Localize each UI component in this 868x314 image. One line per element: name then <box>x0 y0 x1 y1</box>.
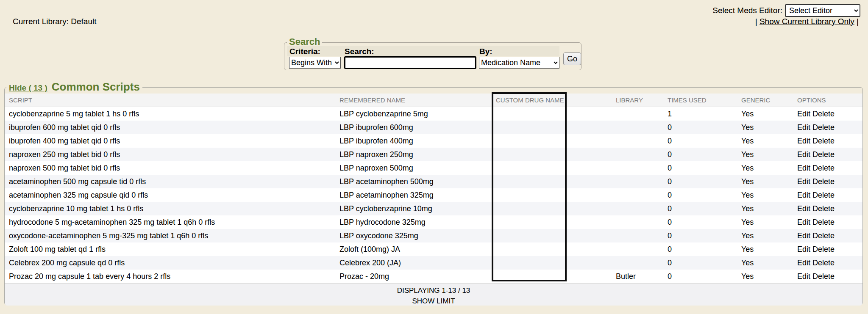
script-cell: Zoloft 100 mg tablet qd 1 rfls <box>5 245 339 254</box>
times-used-cell: 0 <box>668 272 741 281</box>
delete-link[interactable]: Delete <box>812 218 835 226</box>
generic-cell: Yes <box>741 110 797 118</box>
table-row: cyclobenzaprine 10 mg tablet 1 hs 0 rfls… <box>5 202 862 215</box>
show-current-library-row: | Show Current Library Only | <box>755 17 859 26</box>
script-cell: ibuprofen 400 mg tablet qid 0 rfls <box>5 137 339 146</box>
common-scripts-panel: Hide ( 13 ) Common Scripts SCRIPT REMEMB… <box>4 87 863 305</box>
edit-link[interactable]: Edit <box>797 150 810 159</box>
generic-cell: Yes <box>741 123 797 132</box>
delete-link[interactable]: Delete <box>812 231 835 240</box>
table-row: cyclobenzaprine 5 mg tablet 1 hs 0 rfls … <box>5 107 862 121</box>
delete-link[interactable]: Delete <box>812 191 835 199</box>
meds-editor-group: Select Meds Editor: Select Editor <box>712 4 860 17</box>
sort-times-used-header[interactable]: TIMES USED <box>668 96 707 104</box>
edit-link[interactable]: Edit <box>797 272 810 281</box>
options-cell: Edit Delete <box>797 191 862 200</box>
edit-link[interactable]: Edit <box>797 245 810 253</box>
table-row: Celebrex 200 mg capsule qd 0 rfls Celebr… <box>5 256 862 270</box>
options-cell: Edit Delete <box>797 218 862 227</box>
times-used-cell: 0 <box>668 218 741 227</box>
meds-editor-select[interactable]: Select Editor <box>785 4 860 17</box>
delete-link[interactable]: Delete <box>812 204 835 213</box>
times-used-cell: 1 <box>668 110 741 118</box>
edit-link[interactable]: Edit <box>797 137 810 145</box>
generic-cell: Yes <box>741 245 797 254</box>
edit-link[interactable]: Edit <box>797 123 810 132</box>
edit-link[interactable]: Edit <box>797 164 810 172</box>
by-select[interactable]: Medication Name <box>479 57 559 69</box>
times-used-cell: 0 <box>668 204 741 213</box>
criteria-select[interactable]: Begins With <box>289 57 341 69</box>
sort-remembered-name-header[interactable]: REMEMBERED NAME <box>339 96 405 104</box>
sort-script-header[interactable]: SCRIPT <box>9 96 32 104</box>
options-cell: Edit Delete <box>797 245 862 254</box>
remembered-name-cell: Celebrex 200 (JA) <box>339 259 496 267</box>
options-cell: Edit Delete <box>797 150 862 159</box>
remembered-name-cell: LBP ibuprofen 600mg <box>339 123 496 132</box>
common-scripts-title: Common Scripts <box>52 80 140 94</box>
table-row: acetaminophen 325 mg capsule qid 0 rfls … <box>5 188 862 202</box>
generic-cell: Yes <box>741 218 797 227</box>
by-label: By: <box>479 47 492 56</box>
table-row: hydrocodone 5 mg-acetaminophen 325 mg ta… <box>5 215 862 229</box>
table-row: naproxen 250 mg tablet bid 0 rfls LBP na… <box>5 148 862 161</box>
displaying-count: DISPLAYING 1-13 / 13 <box>5 286 862 295</box>
delete-link[interactable]: Delete <box>812 123 835 132</box>
table-row: acetaminophen 500 mg capsule tid 0 rfls … <box>5 175 862 188</box>
remembered-name-cell: LBP cyclobenzaprine 5mg <box>339 110 496 118</box>
times-used-cell: 0 <box>668 231 741 240</box>
table-row: ibuprofen 600 mg tablet qid 0 rfls LBP i… <box>5 121 862 134</box>
remembered-name-cell: Prozac - 20mg <box>339 272 496 281</box>
options-cell: Edit Delete <box>797 164 862 173</box>
table-body: cyclobenzaprine 5 mg tablet 1 hs 0 rfls … <box>5 107 862 283</box>
edit-link[interactable]: Edit <box>797 204 810 213</box>
remembered-name-cell: LBP acetaminophen 500mg <box>339 177 496 186</box>
script-cell: cyclobenzaprine 5 mg tablet 1 hs 0 rfls <box>5 110 339 118</box>
edit-link[interactable]: Edit <box>797 110 810 118</box>
meds-library-page: Current Library: Default Select Meds Edi… <box>0 0 868 314</box>
delete-link[interactable]: Delete <box>812 164 835 172</box>
delete-link[interactable]: Delete <box>812 177 835 186</box>
edit-link[interactable]: Edit <box>797 191 810 199</box>
sort-custom-drug-name-header[interactable]: CUSTOM DRUG NAME <box>496 96 564 104</box>
delete-link[interactable]: Delete <box>812 110 835 118</box>
remembered-name-cell: LBP ibuprofen 400mg <box>339 137 496 146</box>
delete-link[interactable]: Delete <box>812 245 835 253</box>
edit-link[interactable]: Edit <box>797 231 810 240</box>
separator: | <box>854 17 859 26</box>
remembered-name-cell: LBP naproxen 500mg <box>339 164 496 173</box>
remembered-name-cell: LBP cyclobenzaprine 10mg <box>339 204 496 213</box>
delete-link[interactable]: Delete <box>812 272 835 281</box>
generic-cell: Yes <box>741 272 797 281</box>
table-header-row: SCRIPT REMEMBERED NAME CUSTOM DRUG NAME … <box>5 94 862 107</box>
sort-generic-header[interactable]: GENERIC <box>741 96 770 104</box>
times-used-cell: 0 <box>668 150 741 159</box>
options-header: OPTIONS <box>797 96 826 104</box>
table-row: naproxen 500 mg tablet bid 0 rfls LBP na… <box>5 161 862 175</box>
edit-link[interactable]: Edit <box>797 177 810 186</box>
generic-cell: Yes <box>741 150 797 159</box>
generic-cell: Yes <box>741 164 797 173</box>
script-cell: naproxen 250 mg tablet bid 0 rfls <box>5 150 339 159</box>
times-used-cell: 0 <box>668 137 741 146</box>
edit-link[interactable]: Edit <box>797 218 810 226</box>
options-cell: Edit Delete <box>797 177 862 186</box>
delete-link[interactable]: Delete <box>812 150 835 159</box>
delete-link[interactable]: Delete <box>812 259 835 267</box>
go-button[interactable]: Go <box>563 52 581 65</box>
script-cell: Celebrex 200 mg capsule qd 0 rfls <box>5 259 339 267</box>
hide-toggle-link[interactable]: Hide ( 13 ) <box>9 83 47 93</box>
options-cell: Edit Delete <box>797 272 862 281</box>
criteria-label: Criteria: <box>289 47 320 56</box>
script-cell: hydrocodone 5 mg-acetaminophen 325 mg ta… <box>5 218 339 227</box>
sort-library-header[interactable]: LIBRARY <box>616 96 643 104</box>
search-panel: Search Criteria: Search: By: Begins With… <box>284 42 581 70</box>
options-cell: Edit Delete <box>797 231 862 240</box>
times-used-cell: 0 <box>668 177 741 186</box>
show-limit-link[interactable]: SHOW LIMIT <box>412 297 455 306</box>
show-current-library-link[interactable]: Show Current Library Only <box>760 17 854 26</box>
edit-link[interactable]: Edit <box>797 259 810 267</box>
table-row: oxycodone-acetaminophen 5 mg-325 mg tabl… <box>5 229 862 242</box>
search-input[interactable] <box>344 56 476 69</box>
delete-link[interactable]: Delete <box>812 137 835 145</box>
